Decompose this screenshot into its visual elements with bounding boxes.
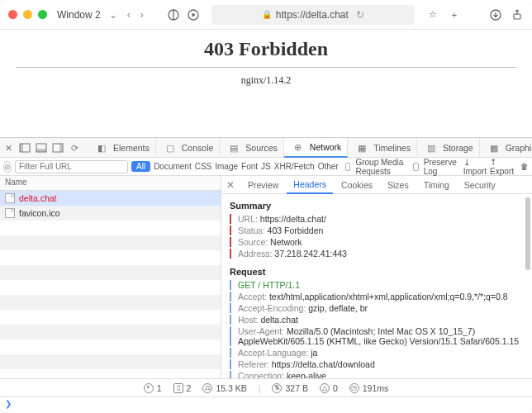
lock-icon: 🔒 <box>262 10 272 19</box>
filter-input[interactable] <box>15 160 128 173</box>
window-titlebar: Window 2 ⌄ ‹ › 🔒 https://delta.chat ↻ ☆ … <box>0 0 532 30</box>
detail-tab-security[interactable]: Security <box>458 176 502 194</box>
close-detail-icon[interactable]: ✕ <box>226 179 235 191</box>
tab-elements[interactable]: ◧Elements <box>88 138 156 158</box>
export-button[interactable]: ⤒ Export <box>490 158 514 176</box>
request-line: GET / HTTP/1.1 <box>230 280 524 290</box>
window-title[interactable]: Window 2 <box>57 9 101 21</box>
filter-js[interactable]: JS <box>261 162 271 171</box>
shield-icon[interactable] <box>167 8 180 21</box>
share-icon[interactable] <box>511 8 524 21</box>
tab-graphics[interactable]: ▩Graphics <box>480 138 532 158</box>
new-tab-button[interactable]: + <box>448 8 461 21</box>
error-heading: 403 Forbidden <box>204 38 328 60</box>
url-text: https://delta.chat <box>276 9 349 21</box>
group-label[interactable]: Group Media Requests <box>355 158 406 176</box>
filter-xhr[interactable]: XHR/Fetch <box>274 162 315 171</box>
play-icon[interactable] <box>187 8 200 21</box>
request-list: Name delta.chat favicon.ico <box>0 176 221 378</box>
tab-storage[interactable]: ▥Storage <box>417 138 480 158</box>
filter-all[interactable]: All <box>131 161 150 172</box>
filter-css[interactable]: CSS <box>195 162 212 171</box>
graphics-icon: ▩ <box>488 142 500 154</box>
chevron-down-icon[interactable]: ⌄ <box>107 9 119 21</box>
console-icon: ▢ <box>164 142 176 154</box>
request-row-delta-chat[interactable]: delta.chat <box>0 191 221 206</box>
console-drawer-toggle[interactable]: ❯ <box>0 396 532 410</box>
dock-left-icon[interactable] <box>19 142 31 154</box>
network-statusbar: ⚬1 ▯2 ⚖15.3 KB | ⇅327 B △0 ◷191ms <box>0 378 532 396</box>
reload-icon[interactable]: ↻ <box>356 9 364 21</box>
request-row-favicon[interactable]: favicon.ico <box>0 206 221 221</box>
svg-rect-9 <box>20 144 23 152</box>
group-checkbox[interactable] <box>345 163 351 171</box>
tab-console[interactable]: ▢Console <box>156 138 221 158</box>
document-icon <box>5 208 15 218</box>
tab-network[interactable]: ⊕Network <box>284 138 349 158</box>
close-devtools-icon[interactable]: ✕ <box>2 142 14 154</box>
detail-tab-timing[interactable]: Timing <box>417 176 456 194</box>
stat-resources: ▯2 <box>173 383 192 393</box>
address-bar[interactable]: 🔒 https://delta.chat ↻ <box>211 5 415 25</box>
storage-icon: ▥ <box>425 142 437 154</box>
downloads-icon[interactable] <box>489 8 502 21</box>
summary-heading: Summary <box>230 201 524 211</box>
request-detail: ✕ Preview Headers Cookies Sizes Timing S… <box>221 176 532 378</box>
stat-domains: ⚬1 <box>144 383 162 393</box>
network-icon: ⊕ <box>292 141 304 153</box>
scrollbar[interactable] <box>525 197 530 270</box>
clear-icon[interactable]: ⊘ <box>3 161 12 173</box>
dock-right-icon[interactable] <box>52 142 64 154</box>
elements-icon: ◧ <box>96 142 107 154</box>
weight-icon: ⚖ <box>202 383 212 393</box>
traffic-lights <box>8 10 47 19</box>
page-content: 403 Forbidden nginx/1.14.2 <box>0 30 532 137</box>
svg-rect-11 <box>36 149 46 152</box>
svg-rect-13 <box>59 144 63 152</box>
preserve-checkbox[interactable] <box>413 163 419 171</box>
forward-button[interactable]: › <box>139 9 145 21</box>
reload-icon[interactable]: ⟳ <box>69 142 80 154</box>
stat-time: ◷191ms <box>349 383 389 393</box>
bookmark-icon[interactable]: ☆ <box>426 8 439 21</box>
preserve-label[interactable]: Preserve Log <box>424 158 457 176</box>
devtools-tabstrip: ✕ ⟳ ◧Elements ▢Console ▤Sources ⊕Network… <box>0 138 532 158</box>
clock-icon: ◷ <box>349 383 359 393</box>
tab-timelines[interactable]: ▦Timelines <box>348 138 417 158</box>
detail-tab-headers[interactable]: Headers <box>287 176 333 194</box>
timelines-icon: ▦ <box>356 142 368 154</box>
trash-icon[interactable]: 🗑 <box>520 162 529 171</box>
dock-bottom-icon[interactable] <box>36 142 47 154</box>
detail-tab-sizes[interactable]: Sizes <box>381 176 416 194</box>
detail-tabstrip: ✕ Preview Headers Cookies Sizes Timing S… <box>221 176 532 194</box>
document-icon <box>5 193 15 203</box>
filter-other[interactable]: Other <box>318 162 339 171</box>
detail-tab-preview[interactable]: Preview <box>241 176 285 194</box>
zoom-window-button[interactable] <box>38 10 47 19</box>
globe-icon: ⚬ <box>144 383 154 393</box>
sources-icon: ▤ <box>228 142 240 154</box>
divider <box>16 67 515 68</box>
back-button[interactable]: ‹ <box>126 9 132 21</box>
transfer-icon: ⇅ <box>272 383 282 393</box>
stat-errors: △0 <box>320 383 338 393</box>
tab-sources[interactable]: ▤Sources <box>220 138 284 158</box>
filter-font[interactable]: Font <box>241 162 258 171</box>
request-heading: Request <box>230 267 524 277</box>
stat-transfer: ⇅327 B <box>272 383 307 393</box>
close-window-button[interactable] <box>8 10 17 19</box>
filter-image[interactable]: Image <box>215 162 238 171</box>
reqlist-header[interactable]: Name <box>0 176 221 191</box>
document-icon: ▯ <box>173 383 183 393</box>
import-button[interactable]: ⤓ Import <box>463 158 487 176</box>
filter-document[interactable]: Document <box>154 162 192 171</box>
stat-size: ⚖15.3 KB <box>202 383 246 393</box>
devtools-panel: ✕ ⟳ ◧Elements ▢Console ▤Sources ⊕Network… <box>0 137 532 396</box>
server-signature: nginx/1.14.2 <box>241 74 292 87</box>
detail-tab-cookies[interactable]: Cookies <box>335 176 379 194</box>
headers-body: Summary URL: https://delta.chat/ Status:… <box>221 194 532 378</box>
warning-icon: △ <box>320 383 330 393</box>
svg-marker-3 <box>192 12 196 17</box>
minimize-window-button[interactable] <box>23 10 32 19</box>
network-filter-bar: ⊘ All Document CSS Image Font JS XHR/Fet… <box>0 158 532 176</box>
